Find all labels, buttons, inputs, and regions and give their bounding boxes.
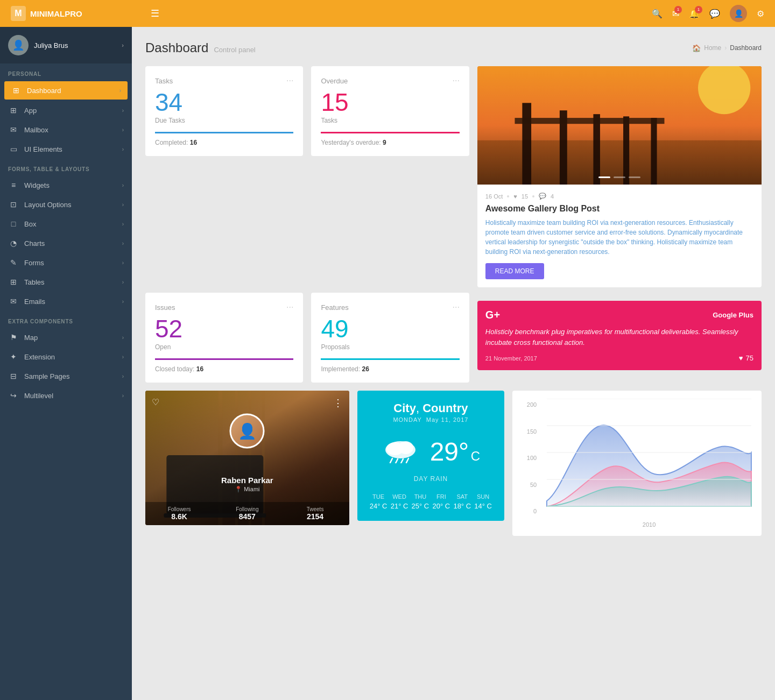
profile-col: ♡ ⋮ 👤 Raben Parkar 📍 Miami xyxy=(145,391,349,536)
svg-line-22 xyxy=(406,458,408,463)
chart-svg-wrap: 2010 xyxy=(545,399,753,528)
breadcrumb-home[interactable]: Home xyxy=(704,44,721,52)
chart-y-axis: 200 150 100 50 0 xyxy=(520,399,539,528)
features-card: Features ··· 49 Proposals Implemented: 2… xyxy=(311,293,469,383)
sidebar-label-box: Box xyxy=(24,220,117,228)
sidebar-arrow-widgets: › xyxy=(122,182,124,188)
charts-icon: ◔ xyxy=(8,239,19,248)
blog-heart-icon: ♥ xyxy=(513,193,517,200)
google-platform: Google Plus xyxy=(713,311,753,319)
area-chart-svg xyxy=(545,399,753,517)
issues-number: 52 xyxy=(155,316,293,341)
sidebar-item-ui[interactable]: ▭ UI Elements › xyxy=(0,139,132,159)
sidebar-arrow-charts: › xyxy=(122,241,124,246)
tasks-completed: 16 xyxy=(190,139,197,146)
stats-row: Tasks ··· 34 Due Tasks Completed: 16 Ove… xyxy=(145,66,762,287)
overdue-number: 15 xyxy=(321,90,459,115)
bell-icon[interactable]: 🔔 1 xyxy=(689,9,700,19)
following-value: 8457 xyxy=(217,512,277,521)
issues-row: Issues ··· 52 Open Closed today: 16 Feat… xyxy=(145,293,762,383)
search-icon[interactable]: 🔍 xyxy=(652,9,663,19)
main-content: Dashboard Control panel 🏠 Home › Dashboa… xyxy=(132,27,775,700)
profile-info: Raben Parkar 📍 Miami xyxy=(145,476,349,493)
blog-content: 16 Oct ♥ 15 💬 4 Awesome Gallery Blog Pos… xyxy=(477,185,762,287)
blog-text: Holistically maximize team building ROI … xyxy=(485,218,753,257)
sidebar-arrow-multilevel: › xyxy=(122,393,124,399)
google-likes: ♥ 75 xyxy=(739,354,753,362)
google-likes-count: 75 xyxy=(746,354,753,362)
sidebar-item-box[interactable]: □ Box › xyxy=(0,214,132,234)
sidebar-arrow-mailbox: › xyxy=(122,127,124,133)
overdue-menu[interactable]: ··· xyxy=(453,76,460,86)
y-label-200: 200 xyxy=(523,401,537,408)
hamburger-icon[interactable]: ☰ xyxy=(151,8,159,19)
svg-rect-5 xyxy=(593,114,600,185)
sidebar-label-sample: Sample Pages xyxy=(24,372,117,380)
settings-icon[interactable]: ⚙ xyxy=(757,9,764,19)
sidebar-item-extension[interactable]: ✦ Extension › xyxy=(0,347,132,366)
sidebar-arrow-ui: › xyxy=(122,146,124,152)
sidebar-item-charts[interactable]: ◔ Charts › xyxy=(0,234,132,253)
page-title-area: Dashboard Control panel xyxy=(145,40,256,55)
profile-row: ♡ ⋮ 👤 Raben Parkar 📍 Miami xyxy=(145,391,762,536)
overdue-label: Tasks xyxy=(321,117,459,124)
read-more-button[interactable]: READ MORE xyxy=(485,263,544,279)
features-menu[interactable]: ··· xyxy=(453,302,460,312)
sidebar-item-tables[interactable]: ⊞ Tables › xyxy=(0,272,132,292)
sidebar-label-tables: Tables xyxy=(24,278,117,286)
profile-name: Raben Parkar xyxy=(145,476,349,485)
overdue-card: Overdue ··· 15 Tasks Yesterday's overdue… xyxy=(311,66,469,156)
sidebar-item-layout[interactable]: ⊡ Layout Options › xyxy=(0,195,132,214)
app-icon: ⊞ xyxy=(8,106,19,115)
weather-forecast: TUE 24° C WED 21° C THU 25° C FRI xyxy=(368,493,494,510)
user-avatar-nav[interactable]: 👤 xyxy=(730,5,747,22)
sidebar-item-dashboard[interactable]: ⊞ Dashboard › xyxy=(4,81,128,100)
svg-line-19 xyxy=(390,458,392,463)
features-footer: Implemented: 26 xyxy=(321,358,459,373)
sidebar-user[interactable]: 👤 Juliya Brus › xyxy=(0,27,132,63)
home-icon: 🏠 xyxy=(692,44,701,52)
sidebar-label-extension: Extension xyxy=(24,353,117,361)
sidebar-item-forms[interactable]: ✎ Forms › xyxy=(0,253,132,272)
page-header: Dashboard Control panel 🏠 Home › Dashboa… xyxy=(145,40,762,55)
svg-rect-7 xyxy=(651,118,657,185)
y-label-100: 100 xyxy=(523,455,537,461)
issues-footer: Closed today: 16 xyxy=(155,358,293,373)
profile-location: 📍 Miami xyxy=(145,486,349,493)
weather-day-sun: SUN 14° C xyxy=(474,493,492,510)
sidebar-item-mailbox[interactable]: ✉ Mailbox › xyxy=(0,120,132,139)
sidebar-arrow-layout: › xyxy=(122,202,124,208)
mail-badge: 1 xyxy=(674,6,682,13)
profile-followers: Followers 8.6K xyxy=(145,502,213,525)
features-number: 49 xyxy=(321,316,459,341)
chat-icon[interactable]: 💬 xyxy=(709,9,720,19)
profile-stats: Followers 8.6K Following 8457 Tweets 215… xyxy=(145,502,349,525)
google-plus-icon: G+ xyxy=(485,309,500,321)
followers-value: 8.6K xyxy=(150,512,209,521)
features-label: Proposals xyxy=(321,343,459,351)
sidebar-user-avatar: 👤 xyxy=(8,35,29,55)
mail-icon[interactable]: ✉ 1 xyxy=(672,9,679,19)
sidebar-item-emails[interactable]: ✉ Emails › xyxy=(0,292,132,311)
issues-card-header: Issues ··· xyxy=(155,302,293,312)
sidebar-item-multilevel[interactable]: ↪ Multilevel › xyxy=(0,386,132,405)
tweets-label: Tweets xyxy=(285,506,344,512)
tasks-menu[interactable]: ··· xyxy=(286,76,293,86)
dashboard-icon: ⊞ xyxy=(11,86,22,95)
main-layout: 👤 Juliya Brus › PERSONAL ⊞ Dashboard › ⊞… xyxy=(0,27,775,700)
profile-dots-menu[interactable]: ⋮ xyxy=(333,397,343,409)
profile-heart-icon[interactable]: ♡ xyxy=(152,397,159,407)
following-label: Following xyxy=(217,506,277,512)
sidebar-item-sample[interactable]: ⊟ Sample Pages › xyxy=(0,366,132,386)
google-card-text: Holisticly benchmark plug imperatives fo… xyxy=(485,327,753,348)
sidebar-user-name: Juliya Brus xyxy=(34,41,116,50)
weather-day-thu: THU 25° C xyxy=(412,493,429,510)
issues-menu[interactable]: ··· xyxy=(286,302,293,312)
weather-day-wed: WED 21° C xyxy=(391,493,408,510)
sidebar-item-map[interactable]: ⚑ Map › xyxy=(0,328,132,347)
sidebar-item-widgets[interactable]: ≡ Widgets › xyxy=(0,175,132,195)
sidebar-item-app[interactable]: ⊞ App › xyxy=(0,101,132,120)
issues-card-col: Issues ··· 52 Open Closed today: 16 xyxy=(145,293,303,383)
tasks-card-col: Tasks ··· 34 Due Tasks Completed: 16 xyxy=(145,66,303,287)
tasks-title: Tasks xyxy=(155,77,173,85)
